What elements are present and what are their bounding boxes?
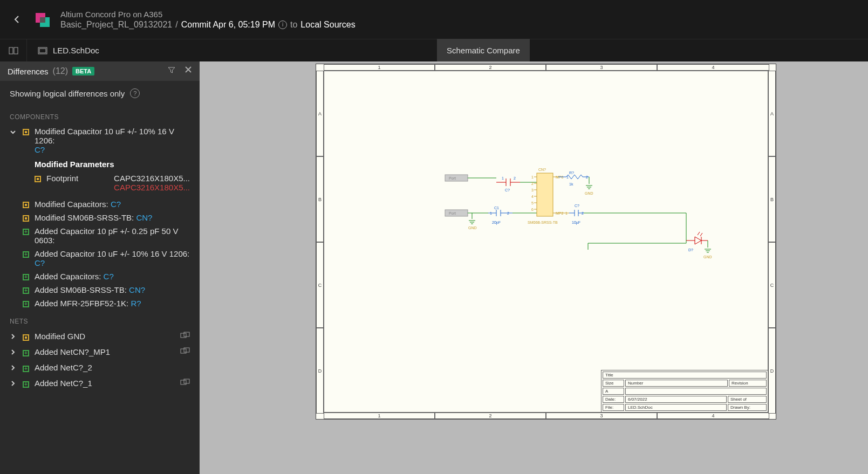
diff-item[interactable]: Modified SM06B-SRSS-TB: CN? <box>0 211 200 224</box>
component-ref-link[interactable]: C? <box>111 200 121 209</box>
diff-item[interactable]: Added Capacitor 10 uF +/- 10% 16 V 1206:… <box>0 247 200 270</box>
breadcrumb-local[interactable]: Local Sources <box>300 20 355 30</box>
ruler-left: A <box>316 71 324 156</box>
section-components: COMPONENTS <box>0 106 200 124</box>
ruler-top: 1 <box>324 64 435 71</box>
svg-rect-11 <box>181 380 186 384</box>
ruler-left: B <box>316 156 324 242</box>
chevron-down-icon[interactable] <box>10 128 17 137</box>
modified-parameters-heading: Modified Parameters <box>0 157 200 171</box>
ruler-left: C <box>316 242 324 328</box>
net-item[interactable]: Added NetC?_1 <box>0 375 200 391</box>
title-block: Title SizeNumberRevision A Date:6/07/202… <box>601 370 768 413</box>
schematic-sheet: 1 2 3 4 1 2 3 4 A B C D A B C D Port Por… <box>316 64 776 420</box>
svg-rect-9 <box>181 349 186 353</box>
diff-item[interactable]: Added MFR-25FBF52-1K: R? <box>0 297 200 310</box>
component-ref-link[interactable]: R? <box>131 299 141 308</box>
svg-text:C?: C? <box>575 204 579 208</box>
net-item[interactable]: Modified GND <box>0 328 200 344</box>
svg-text:2: 2 <box>514 176 516 180</box>
back-button[interactable] <box>11 13 24 26</box>
net-item[interactable]: Added NetC?_2 <box>0 360 200 375</box>
schematic-canvas[interactable]: 1 2 3 4 1 2 3 4 A B C D A B C D Port Por… <box>200 61 868 474</box>
breadcrumb-commit[interactable]: Commit Apr 6, 05:19 PM <box>181 20 275 30</box>
added-icon <box>23 274 29 280</box>
app-title: Altium Concord Pro on A365 <box>60 10 356 19</box>
schematic-file-icon <box>38 47 47 54</box>
svg-text:3: 3 <box>531 188 534 192</box>
svg-rect-6 <box>39 49 46 53</box>
svg-text:4: 4 <box>531 195 534 198</box>
ruler-right: D <box>768 328 776 414</box>
diff-item[interactable]: Modified Capacitors: C? <box>0 197 200 211</box>
svg-text:1: 1 <box>502 176 504 180</box>
component-ref-link[interactable]: C? <box>35 258 45 267</box>
ruler-right: A <box>768 71 776 156</box>
modified-icon <box>23 202 29 208</box>
cross-probe-icon[interactable] <box>180 347 190 356</box>
breadcrumb-project[interactable]: Basic_Project_RL_09132021 <box>60 20 172 30</box>
info-icon[interactable]: i <box>278 20 287 29</box>
close-icon[interactable] <box>184 66 192 77</box>
modified-icon <box>23 215 29 222</box>
svg-rect-3 <box>9 47 13 54</box>
file-tab-label: LED.SchDoc <box>53 46 99 55</box>
ruler-left: D <box>316 328 324 414</box>
added-icon <box>23 366 29 372</box>
footprint-old: CAPC3216X180X5... <box>114 183 190 192</box>
ruler-top: 2 <box>435 64 546 71</box>
added-icon <box>23 301 29 307</box>
component-ref-link[interactable]: CN? <box>129 285 145 294</box>
svg-rect-10 <box>184 348 189 352</box>
component-ref-link[interactable]: C? <box>104 272 114 281</box>
svg-text:1k: 1k <box>569 182 573 186</box>
tab-schematic-compare[interactable]: Schematic Compare <box>437 39 530 61</box>
added-icon <box>23 251 29 258</box>
diff-item[interactable]: Added Capacitors: C? <box>0 270 200 283</box>
differences-panel: Differences (12) BETA Showing logical di… <box>0 61 200 474</box>
cross-probe-icon[interactable] <box>180 332 190 341</box>
diff-item[interactable]: Added SM06B-SRSS-TB: CN? <box>0 283 200 297</box>
svg-text:C?: C? <box>505 188 510 192</box>
svg-text:Port: Port <box>449 176 456 180</box>
svg-text:1: 1 <box>531 175 534 179</box>
svg-text:1: 1 <box>566 175 569 179</box>
diff-item[interactable]: Added Capacitor 10 pF +/- 0.25 pF 50 V 0… <box>0 224 200 247</box>
component-ref-link[interactable]: CN? <box>136 213 152 222</box>
chevron-right-icon[interactable] <box>10 348 17 357</box>
compare-view-icon[interactable] <box>0 39 27 62</box>
app-logo <box>33 11 51 28</box>
footprint-label: Footprint <box>46 174 114 192</box>
differences-title: Differences <box>8 67 49 76</box>
svg-rect-25 <box>537 173 553 216</box>
breadcrumb: Basic_Project_RL_09132021 / Commit Apr 6… <box>60 20 356 30</box>
svg-rect-2 <box>40 17 45 23</box>
modified-icon <box>23 129 29 135</box>
svg-text:5: 5 <box>531 201 534 205</box>
svg-text:10µF: 10µF <box>572 221 580 225</box>
svg-text:GND: GND <box>585 191 593 195</box>
modified-icon <box>35 176 41 182</box>
svg-rect-4 <box>14 47 18 54</box>
net-item[interactable]: Added NetCN?_MP1 <box>0 344 200 360</box>
svg-text:20pF: 20pF <box>492 221 501 225</box>
svg-rect-8 <box>184 332 189 336</box>
svg-text:CN?: CN? <box>538 168 546 171</box>
added-icon <box>23 381 29 388</box>
svg-text:2: 2 <box>586 175 588 179</box>
component-ref-link[interactable]: C? <box>35 145 45 154</box>
section-nets: NETS <box>0 310 200 328</box>
modified-icon <box>23 334 29 341</box>
svg-text:Port: Port <box>449 211 456 215</box>
file-tab[interactable]: LED.SchDoc <box>27 46 110 55</box>
chevron-right-icon[interactable] <box>10 363 17 373</box>
help-icon[interactable]: ? <box>130 88 140 98</box>
filter-icon[interactable] <box>167 66 176 77</box>
cross-probe-icon[interactable] <box>180 379 190 388</box>
diff-item-label[interactable]: Modified Capacitor 10 uF +/- 10% 16 V 12… <box>35 127 174 145</box>
ruler-right: C <box>768 242 776 328</box>
chevron-right-icon[interactable] <box>10 379 17 388</box>
added-icon <box>23 287 29 294</box>
svg-rect-12 <box>184 379 189 383</box>
chevron-right-icon[interactable] <box>10 332 17 341</box>
